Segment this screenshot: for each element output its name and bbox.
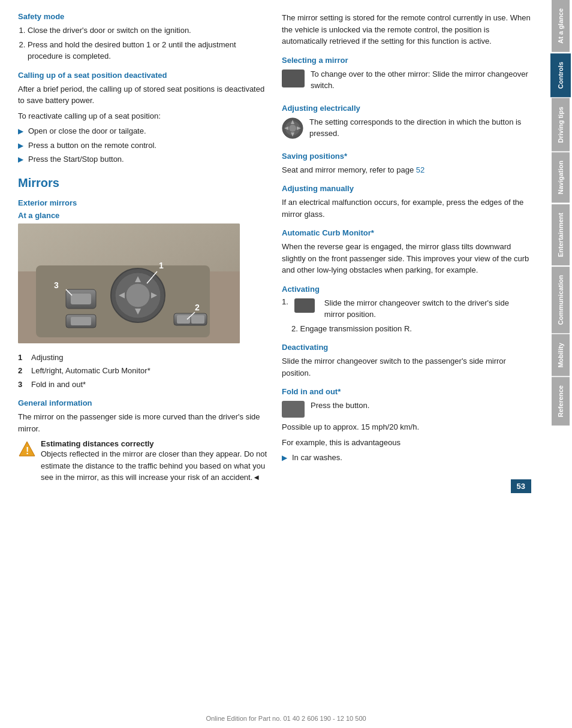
svg-rect-13 [71, 294, 91, 304]
general-info-section: General information The mirror on the pa… [18, 398, 270, 484]
bullet-start-text: Press the Start/Stop button. [28, 153, 124, 165]
bullet-arrow-icon-3: ▶ [18, 154, 23, 165]
selecting-mirror-title: Selecting a mirror [282, 56, 531, 65]
adjusting-electrically-section: Adjusting electrically The s [282, 104, 531, 143]
svg-point-27 [289, 125, 296, 132]
svg-text:!: ! [26, 446, 29, 456]
adjusting-manually-body: If an electrical malfunction occurs, for… [282, 197, 531, 220]
footer-text: Online Edition for Part no. 01 40 2 606 … [0, 715, 572, 722]
fold-body1: Press the button. [311, 400, 369, 412]
page-ref-link[interactable]: 52 [416, 165, 425, 174]
fold-content: Press the button. [282, 400, 531, 418]
bullet-remote-text: Press a button on the remote control. [28, 140, 156, 152]
curb-monitor-section: Automatic Curb Monitor* When the reverse… [282, 228, 531, 276]
adjusting-electrically-content: The setting corresponds to the direction… [282, 116, 531, 143]
activating-section: Activating 1. Slide the mirror changeove… [282, 285, 531, 335]
svg-rect-18 [191, 315, 204, 324]
fold-title: Fold in and out* [282, 387, 531, 396]
deactivating-section: Deactivating Slide the mirror changeover… [282, 343, 531, 379]
mirrors-title: Mirrors [18, 176, 270, 190]
saving-positions-section: Saving positions* Seat and mirror memory… [282, 152, 531, 176]
sidebar-tab-navigation[interactable]: Navigation [552, 152, 570, 203]
svg-text:3: 3 [54, 280, 59, 290]
label-text-1: Adjusting [31, 352, 63, 364]
fold-body3: For example, this is advantageous [282, 437, 531, 449]
adjusting-electrically-body: The setting corresponds to the direction… [309, 116, 531, 140]
activating-step-1-text: Slide the mirror changeover switch to th… [324, 297, 531, 321]
selecting-mirror-content: To change over to the other mirror: Slid… [282, 68, 531, 95]
warning-body: Objects reflected in the mirror are clos… [41, 448, 270, 484]
label-text-2: Left/right, Automatic Curb Monitor* [31, 365, 150, 377]
bullet-arrow-icon-2: ▶ [18, 140, 23, 151]
saving-positions-title: Saving positions* [282, 152, 531, 161]
left-column: Safety mode Close the driver's door or s… [18, 12, 270, 716]
sidebar-tab-controls[interactable]: Controls [550, 53, 571, 97]
exterior-mirrors-section: Exterior mirrors At a glance [18, 198, 270, 391]
fold-body2: Possible up to approx. 15 mph/20 km/h. [282, 421, 531, 433]
at-a-glance-title: At a glance [18, 211, 270, 220]
svg-rect-17 [177, 315, 190, 324]
step-2: Press and hold the desired button 1 or 2… [28, 39, 270, 62]
label-1: 1 Adjusting [18, 352, 270, 364]
calling-up-reactivate: To reactivate calling up of a seat posit… [18, 110, 270, 122]
step-1: Close the driver's door or switch on the… [28, 25, 270, 37]
sidebar-tab-reference[interactable]: Reference [552, 377, 570, 425]
footer: Online Edition for Part no. 01 40 2 606 … [0, 710, 572, 722]
bullet-open-close: ▶ Open or close the door or tailgate. [18, 125, 270, 137]
warning-content: Estimating distances correctly Objects r… [41, 439, 270, 484]
page-number: 53 [511, 479, 531, 493]
warning-title: Estimating distances correctly [41, 439, 270, 448]
fold-bullet-1: ▶ In car washes. [282, 452, 531, 464]
bullet-arrow-icon: ▶ [18, 126, 23, 137]
calling-up-title: Calling up of a seat position deactivate… [18, 71, 270, 80]
label-3: 3 Fold in and out* [18, 379, 270, 391]
adjusting-manually-title: Adjusting manually [282, 184, 531, 193]
warning-box: ! Estimating distances correctly Objects… [18, 439, 270, 484]
calling-up-body: After a brief period, the calling up of … [18, 83, 270, 107]
adjust-icon [282, 117, 303, 141]
fold-icon [282, 401, 305, 418]
activating-step-1: 1. Slide the mirror changeover switch to… [282, 297, 531, 321]
fold-bullet-text: In car washes. [292, 452, 342, 464]
general-info-title: General information [18, 398, 270, 407]
deactivating-body: Slide the mirror changeover switch to th… [282, 355, 531, 379]
right-intro: The mirror setting is stored for the rem… [282, 12, 531, 47]
label-num-1: 1 [18, 352, 26, 364]
safety-mode-section: Safety mode Close the driver's door or s… [18, 12, 270, 62]
curb-monitor-title: Automatic Curb Monitor* [282, 228, 531, 237]
general-info-body: The mirror on the passenger side is more… [18, 411, 270, 434]
label-num-3: 3 [18, 379, 26, 391]
bullet-remote: ▶ Press a button on the remote control. [18, 140, 270, 152]
activating-step-2: 2. Engage transmission position R. [291, 323, 531, 335]
adjusting-manually-section: Adjusting manually If an electrical malf… [282, 184, 531, 220]
sidebar: At a glance Controls Driving tips Naviga… [549, 0, 572, 728]
activating-switch-icon [294, 298, 315, 313]
svg-rect-22 [71, 317, 91, 325]
sidebar-tab-at-a-glance[interactable]: At a glance [552, 0, 570, 52]
selecting-mirror-body: To change over to the other mirror: Slid… [311, 68, 531, 95]
sidebar-tab-driving-tips[interactable]: Driving tips [552, 98, 570, 152]
right-column: The mirror setting is stored for the rem… [282, 12, 531, 716]
warning-icon: ! [18, 440, 36, 458]
fold-bullet-arrow: ▶ [282, 452, 287, 463]
adjusting-electrically-title: Adjusting electrically [282, 104, 531, 113]
label-num-2: 2 [18, 365, 26, 377]
mirror-image: 1 3 2 [18, 223, 240, 343]
sidebar-tab-entertainment[interactable]: Entertainment [552, 204, 570, 265]
svg-text:1: 1 [159, 261, 164, 270]
fold-section: Fold in and out* Press the button. Possi… [282, 387, 531, 464]
sidebar-tab-communication[interactable]: Communication [552, 267, 570, 333]
exterior-mirrors-title: Exterior mirrors [18, 198, 270, 207]
bullet-start: ▶ Press the Start/Stop button. [18, 153, 270, 165]
label-2: 2 Left/right, Automatic Curb Monitor* [18, 365, 270, 377]
svg-text:2: 2 [195, 303, 200, 312]
activating-title: Activating [282, 285, 531, 294]
mirror-switch-icon [282, 70, 305, 87]
page-number-area: 53 [282, 476, 531, 497]
selecting-mirror-section: Selecting a mirror To change over to the… [282, 56, 531, 95]
safety-mode-title: Safety mode [18, 12, 270, 21]
label-text-3: Fold in and out* [31, 379, 86, 391]
saving-positions-body: Seat and mirror memory, refer to page 52 [282, 164, 531, 176]
sidebar-tab-mobility[interactable]: Mobility [552, 334, 570, 376]
svg-point-5 [126, 283, 150, 307]
